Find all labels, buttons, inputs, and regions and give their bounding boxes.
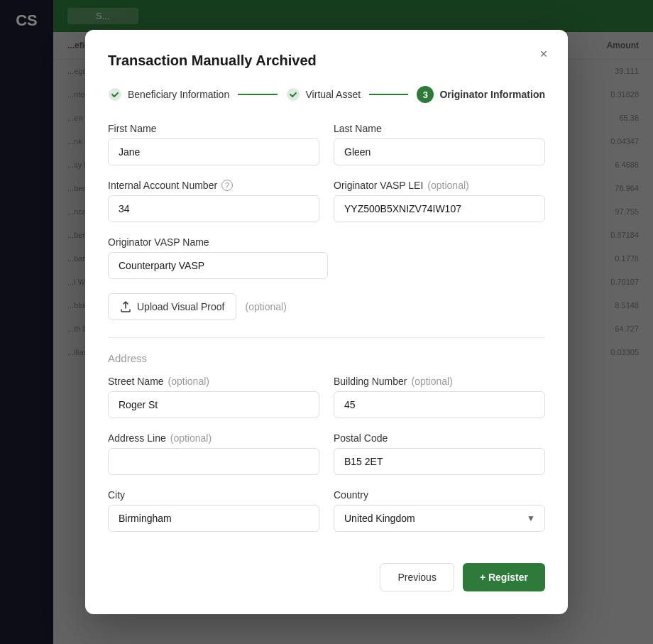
vasp-name-row: Originator VASP Name bbox=[108, 236, 545, 279]
city-country-row: City Country United Kingdom United State… bbox=[108, 489, 545, 532]
svg-point-1 bbox=[287, 88, 300, 101]
step2-check-icon bbox=[286, 87, 300, 102]
originator-vasp-name-label: Originator VASP Name bbox=[108, 236, 328, 248]
step-virtual-asset: Virtual Asset bbox=[286, 87, 361, 102]
postal-code-group: Postal Code bbox=[334, 432, 545, 475]
building-number-input[interactable] bbox=[334, 391, 545, 418]
country-group: Country United Kingdom United States Ger… bbox=[334, 489, 545, 532]
register-button[interactable]: + Register bbox=[463, 563, 545, 591]
last-name-input[interactable] bbox=[334, 138, 545, 165]
street-name-input[interactable] bbox=[108, 391, 319, 418]
address-line-group: Address Line (optional) bbox=[108, 432, 319, 475]
close-button[interactable]: × bbox=[534, 44, 554, 64]
step-originator: 3 Originator Information bbox=[417, 86, 545, 103]
address-line-input[interactable] bbox=[108, 448, 319, 475]
step3-label: Originator Information bbox=[439, 89, 545, 100]
street-row: Street Name (optional) Building Number (… bbox=[108, 376, 545, 418]
building-number-optional: (optional) bbox=[412, 376, 453, 387]
first-name-group: First Name bbox=[108, 123, 319, 165]
name-row: First Name Last Name bbox=[108, 123, 545, 165]
originator-vasp-lei-label: Originator VASP LEI (optional) bbox=[334, 180, 545, 191]
postal-code-input[interactable] bbox=[334, 448, 545, 475]
address-line-optional: (optional) bbox=[170, 432, 212, 444]
account-row: Internal Account Number ? Originator VAS… bbox=[108, 180, 545, 222]
country-label: Country bbox=[334, 489, 545, 501]
step1-label: Beneficiary Information bbox=[128, 89, 229, 100]
step-connector-1 bbox=[238, 94, 277, 95]
internal-account-label: Internal Account Number ? bbox=[108, 180, 319, 191]
building-number-label: Building Number (optional) bbox=[334, 376, 545, 387]
country-select[interactable]: United Kingdom United States Germany Fra… bbox=[334, 505, 545, 532]
step3-number-icon: 3 bbox=[417, 86, 434, 103]
address-divider bbox=[108, 337, 545, 338]
originator-vasp-name-input[interactable] bbox=[108, 252, 328, 279]
step1-check-icon bbox=[108, 87, 122, 102]
first-name-input[interactable] bbox=[108, 138, 319, 165]
upload-button[interactable]: Upload Visual Proof bbox=[108, 293, 236, 320]
city-label: City bbox=[108, 489, 319, 501]
country-select-wrapper: United Kingdom United States Germany Fra… bbox=[334, 505, 545, 532]
lei-optional-text: (optional) bbox=[427, 180, 468, 191]
svg-point-0 bbox=[109, 88, 121, 101]
address-section-label: Address bbox=[108, 352, 545, 364]
street-name-group: Street Name (optional) bbox=[108, 376, 319, 418]
help-icon[interactable]: ? bbox=[221, 180, 233, 191]
city-group: City bbox=[108, 489, 319, 532]
postal-code-label: Postal Code bbox=[334, 432, 545, 444]
street-name-optional: (optional) bbox=[168, 376, 209, 387]
last-name-group: Last Name bbox=[334, 123, 545, 165]
modal-footer: Previous + Register bbox=[108, 552, 545, 591]
upload-optional-text: (optional) bbox=[245, 301, 286, 312]
last-name-label: Last Name bbox=[334, 123, 545, 134]
originator-vasp-lei-group: Originator VASP LEI (optional) bbox=[334, 180, 545, 222]
steps-indicator: Beneficiary Information Virtual Asset 3 … bbox=[108, 86, 545, 103]
internal-account-input[interactable] bbox=[108, 195, 319, 222]
city-input[interactable] bbox=[108, 505, 319, 532]
first-name-label: First Name bbox=[108, 123, 319, 134]
address-line-row: Address Line (optional) Postal Code bbox=[108, 432, 545, 475]
internal-account-group: Internal Account Number ? bbox=[108, 180, 319, 222]
modal-backdrop: × Transaction Manually Archived Benefici… bbox=[0, 0, 653, 644]
upload-icon bbox=[120, 301, 131, 312]
address-line-label: Address Line (optional) bbox=[108, 432, 319, 444]
street-name-label: Street Name (optional) bbox=[108, 376, 319, 387]
modal-title: Transaction Manually Archived bbox=[108, 53, 545, 69]
originator-vasp-lei-input[interactable] bbox=[334, 195, 545, 222]
upload-section: Upload Visual Proof (optional) bbox=[108, 293, 545, 320]
originator-vasp-name-group: Originator VASP Name bbox=[108, 236, 328, 279]
step2-label: Virtual Asset bbox=[306, 89, 361, 100]
step-connector-2 bbox=[369, 94, 408, 95]
building-number-group: Building Number (optional) bbox=[334, 376, 545, 418]
modal-container: × Transaction Manually Archived Benefici… bbox=[85, 30, 568, 614]
previous-button[interactable]: Previous bbox=[380, 563, 454, 591]
step-beneficiary: Beneficiary Information bbox=[108, 87, 229, 102]
